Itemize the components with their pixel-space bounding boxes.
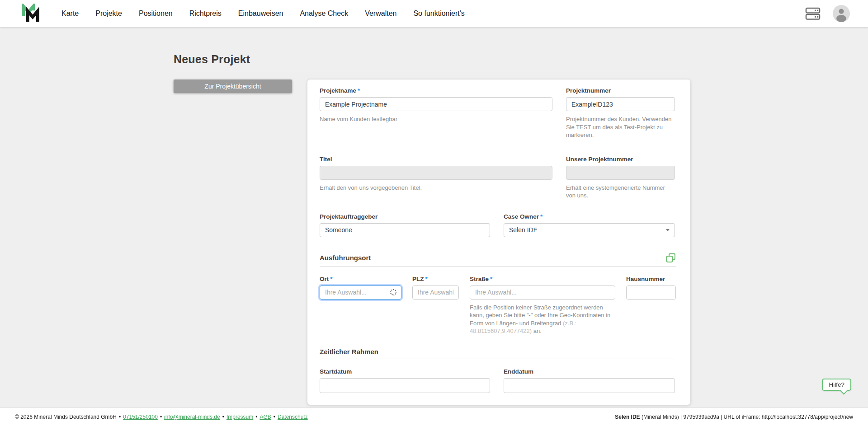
ort-input[interactable] [320, 286, 401, 300]
help-button-label: Hilfe? [829, 381, 844, 388]
hausnummer-label: Hausnummer [626, 276, 676, 282]
chevron-down-icon [666, 229, 670, 231]
form-row-name-number: Projektname* Name vom Kunden festlegbar … [320, 87, 676, 139]
required-asterisk: * [330, 276, 332, 282]
nav-item-projekte[interactable]: Projekte [95, 9, 122, 18]
main-nav: Karte Projekte Positionen Richtpreis Ein… [61, 9, 465, 18]
projektname-input[interactable] [320, 97, 552, 111]
projektauftraggeber-input[interactable] [320, 223, 490, 237]
form-row-auftraggeber-owner: Projektauftraggeber Case Owner* Selen ID… [320, 213, 676, 237]
title-divider [174, 72, 690, 72]
field-projektname: Projektname* Name vom Kunden festlegbar [320, 87, 552, 139]
plz-label: PLZ* [412, 276, 459, 282]
mineral-minds-logo-icon [20, 4, 42, 23]
footer-left: © 2026 Mineral Minds Deutschland GmbH • … [15, 414, 308, 420]
form-row-titel-unsere-nummer: Titel Erhält den von uns vorgegebenen Ti… [320, 156, 676, 200]
separator-dot: • [255, 414, 257, 420]
footer-link-agb[interactable]: AGB [259, 414, 271, 420]
nav-item-karte[interactable]: Karte [61, 9, 79, 18]
nav-item-analyse-check[interactable]: Analyse Check [300, 9, 348, 18]
nav-item-so-funktionierts[interactable]: So funktioniert's [413, 9, 464, 18]
strasse-input[interactable] [470, 286, 615, 300]
footer-link-phone[interactable]: 07151/250100 [123, 414, 158, 420]
brand-logo[interactable] [20, 3, 43, 24]
field-plz: PLZ* [412, 276, 459, 335]
copyright-text: © 2026 Mineral Minds Deutschland GmbH [15, 414, 117, 420]
required-asterisk: * [490, 276, 492, 282]
field-case-owner: Case Owner* Selen IDE [504, 213, 675, 237]
ort-label: Ort* [320, 276, 401, 282]
nav-item-richtpreis[interactable]: Richtpreis [189, 9, 222, 18]
unsere-projektnummer-hint: Erhält eine systemgenerierte Nummer von … [566, 184, 675, 200]
section-ausfuehrungsort-header: Ausführungsort [320, 253, 676, 267]
field-projektnummer: Projektnummer Projektnummer des Kunden. … [566, 87, 675, 139]
ausfuehrungsort-title: Ausführungsort [320, 254, 371, 262]
form-row-dates: Startdatum Enddatum [320, 368, 676, 393]
nav-item-einbauweisen[interactable]: Einbauweisen [238, 9, 283, 18]
session-user: Selen IDE [615, 414, 640, 420]
case-owner-label-text: Case Owner [504, 213, 539, 220]
page-title: Neues Projekt [174, 27, 690, 66]
separator-dot: • [119, 414, 121, 420]
plz-label-text: PLZ [412, 276, 424, 282]
projektnummer-hint: Projektnummer des Kunden. Verwenden Sie … [566, 115, 675, 139]
nav-item-positionen[interactable]: Positionen [139, 9, 173, 18]
separator-dot: • [274, 414, 275, 420]
required-asterisk: * [540, 213, 542, 220]
startdatum-input[interactable] [320, 378, 490, 393]
strasse-hint-end: an. [532, 328, 542, 334]
projektname-hint: Name vom Kunden festlegbar [320, 115, 552, 123]
left-column: Zur Projektübersicht [174, 80, 292, 93]
startdatum-label: Startdatum [320, 368, 490, 375]
session-info: Selen IDE (Mineral Minds) | 9795939acd9a… [615, 414, 853, 420]
footer-link-impressum[interactable]: Impressum [226, 414, 253, 420]
user-avatar[interactable] [833, 5, 850, 22]
top-navbar: Karte Projekte Positionen Richtpreis Ein… [0, 0, 868, 27]
enddatum-input[interactable] [504, 378, 675, 393]
zeitlicher-rahmen-title: Zeitlicher Rahmen [320, 348, 378, 356]
field-unsere-projektnummer: Unsere Projektnummer Erhält eine systemg… [566, 156, 675, 200]
field-projektauftraggeber: Projektauftraggeber [320, 213, 490, 237]
footer-link-datenschutz[interactable]: Datenschutz [278, 414, 308, 420]
strasse-label-text: Straße [470, 276, 489, 282]
separator-dot: • [222, 414, 224, 420]
copy-icon[interactable] [666, 253, 676, 263]
footer-link-email[interactable]: info@mineral-minds.de [164, 414, 220, 420]
help-button[interactable]: Hilfe? [822, 379, 851, 391]
case-owner-selected-value: Selen IDE [509, 226, 538, 234]
person-icon [833, 5, 850, 22]
enddatum-label: Enddatum [504, 368, 675, 375]
required-asterisk: * [358, 87, 360, 94]
plz-input[interactable] [412, 286, 459, 300]
project-form-card: Projektname* Name vom Kunden festlegbar … [307, 80, 690, 405]
strasse-hint-main: Falls die Position keiner Straße zugeord… [470, 304, 610, 327]
hausnummer-input[interactable] [626, 286, 676, 300]
ort-input-wrap [320, 286, 401, 300]
section-zeitlicher-rahmen-header: Zeitlicher Rahmen [320, 348, 676, 359]
field-ort: Ort* [320, 276, 401, 335]
strasse-label: Straße* [470, 276, 615, 282]
titel-input [320, 166, 552, 180]
case-owner-select[interactable]: Selen IDE [504, 223, 675, 237]
unsere-projektnummer-label: Unsere Projektnummer [566, 156, 675, 163]
titel-label: Titel [320, 156, 552, 163]
projektnummer-input[interactable] [566, 97, 675, 111]
field-enddatum: Enddatum [504, 368, 675, 393]
required-asterisk: * [425, 276, 428, 282]
form-row-location: Ort* PLZ* Straße* [320, 276, 676, 335]
navbar-right [805, 5, 850, 22]
nav-item-verwalten[interactable]: Verwalten [365, 9, 396, 18]
titel-hint: Erhält den von uns vorgegebenen Titel. [320, 184, 552, 192]
case-owner-label: Case Owner* [504, 213, 675, 220]
field-titel: Titel Erhält den von uns vorgegebenen Ti… [320, 156, 552, 200]
projektauftraggeber-label: Projektauftraggeber [320, 213, 490, 220]
separator-dot: • [160, 414, 162, 420]
back-to-projects-button[interactable]: Zur Projektübersicht [174, 80, 292, 93]
ort-label-text: Ort [320, 276, 329, 282]
server-icon[interactable] [805, 7, 821, 20]
field-hausnummer: Hausnummer [626, 276, 676, 335]
strasse-hint: Falls die Position keiner Straße zugeord… [470, 304, 615, 335]
page-content: Neues Projekt Zur Projektübersicht Proje… [0, 27, 690, 405]
projektname-label: Projektname* [320, 87, 552, 94]
field-strasse: Straße* Falls die Position keiner Straße… [470, 276, 615, 335]
